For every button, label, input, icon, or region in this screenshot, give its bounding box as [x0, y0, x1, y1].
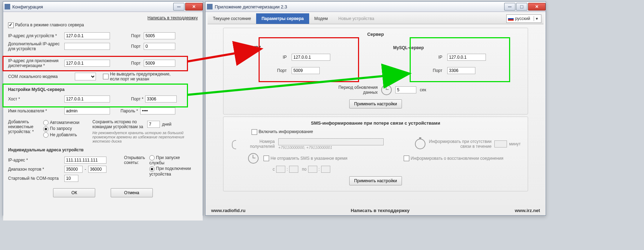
support-link[interactable]: Написать в техподдержку	[148, 15, 198, 20]
clock-icon	[248, 153, 259, 164]
history-label: Сохранять историю по командам устройства…	[92, 119, 145, 129]
password-label: Пароль *	[121, 108, 140, 113]
ip-devices-input[interactable]	[64, 32, 110, 39]
password-input[interactable]	[140, 107, 175, 114]
inform-minutes-input	[494, 140, 507, 147]
main-server-label: Работа в режиме главного сервера	[15, 22, 84, 27]
open-sockets-label: Открывать сокеты:	[124, 155, 149, 165]
add-unknown-label: Добавлять неизвестные устройства: *	[8, 119, 43, 134]
refresh-input[interactable]	[395, 86, 416, 93]
sms-panel-title: SMS-информирование при потере связи с ус…	[230, 120, 521, 126]
noadd-radio[interactable]	[43, 132, 48, 138]
dispatch-window: Приложение диспетчеризации 2.3 Текущее с…	[205, 1, 546, 216]
history-note: Не рекомендуется хранить историю за боль…	[92, 131, 187, 143]
titlebar[interactable]: Конфигурация	[3, 2, 203, 12]
tab-modem[interactable]: Модем	[309, 13, 333, 24]
app-icon	[207, 4, 213, 9]
window-title: Конфигурация	[12, 4, 173, 9]
minimize-button[interactable]	[173, 3, 184, 11]
onstart-radio[interactable]	[149, 155, 155, 160]
host-input[interactable]	[64, 96, 110, 103]
irz-port-input[interactable]	[292, 67, 320, 74]
dispatch-ip-label: IP-адрес для приложения диспетчеризации …	[8, 58, 64, 68]
ip-address-label: IP-адрес *	[8, 158, 64, 163]
phone-icon	[230, 139, 240, 149]
ok-button[interactable]: ОК	[53, 188, 95, 197]
cancel-button[interactable]: Отмена	[111, 188, 153, 197]
no-warn-label: Не выводить предупреждение, если порт не…	[110, 72, 180, 81]
footer-mid[interactable]: Написать в техподдержку	[351, 208, 409, 213]
mysql-port-input[interactable]	[145, 96, 177, 103]
tab-params[interactable]: Параметры сервера	[256, 13, 309, 24]
tab-current[interactable]: Текущее состояние	[208, 13, 256, 24]
port-to-input[interactable]	[88, 166, 106, 173]
port-label: Порт	[131, 33, 144, 38]
chevron-down-icon: ▾	[534, 16, 540, 21]
main-server-checkbox[interactable]	[8, 22, 14, 28]
start-com-label: Стартовый № COM-порта	[8, 176, 64, 181]
extra-ip-label: Дополнительный IP-адрес для устройств	[8, 41, 64, 51]
minimize-button[interactable]	[504, 3, 515, 11]
dispatch-port-input[interactable]	[144, 60, 175, 67]
onconnect-radio[interactable]	[149, 166, 155, 172]
port-from-input[interactable]	[64, 166, 83, 173]
mysql-port-input2[interactable]	[447, 67, 475, 74]
port-label3: Порт	[131, 61, 144, 66]
close-button[interactable]	[528, 3, 546, 11]
individual-addr-label: Индивидуальные адреса устройств	[8, 147, 198, 152]
config-window: Конфигурация Написать в техподдержку Раб…	[3, 1, 203, 216]
port-devices-input[interactable]	[144, 32, 175, 39]
recipients-input	[278, 138, 384, 145]
no-warn-checkbox[interactable]	[103, 74, 109, 79]
mysql-server-label: MySQL-сервер	[393, 45, 514, 50]
footer-left[interactable]: www.radiofid.ru	[211, 208, 246, 213]
inform-after-label: Информировать при отсутствии связи в теч…	[428, 139, 492, 149]
user-input[interactable]	[64, 107, 110, 114]
time-from-h	[276, 166, 285, 173]
port-label2: Порт	[131, 44, 144, 49]
ip-address-input[interactable]	[64, 157, 106, 164]
close-button[interactable]	[185, 3, 203, 11]
dispatch-ip-input[interactable]	[64, 60, 110, 67]
user-label: Имя пользователя *	[8, 108, 64, 113]
time-to-h	[308, 166, 317, 173]
enable-inform-checkbox[interactable]	[252, 129, 257, 135]
server-panel-title: Сервер	[230, 32, 521, 37]
inform-restore-checkbox[interactable]	[404, 156, 409, 161]
irz-ip-input[interactable]	[292, 54, 330, 61]
apply-button-1[interactable]: Применить настройки	[349, 99, 402, 108]
footer-right[interactable]: www.irz.net	[515, 208, 540, 213]
refresh-label: Период обновления данных	[325, 85, 378, 95]
extra-port-input[interactable]	[144, 43, 175, 50]
clock-icon	[381, 85, 392, 95]
recipients-label: Номера получателей	[240, 139, 275, 149]
com-modem-label: COM локального модема	[8, 74, 75, 79]
irz-server-label: Сервер iRZ	[238, 45, 358, 50]
ip-devices-label: IP-адрес для устройств *	[8, 33, 64, 38]
host-label: Хост *	[8, 97, 64, 101]
time-to-m	[321, 166, 330, 173]
com-modem-select[interactable]	[75, 73, 96, 80]
time-from-m	[289, 166, 298, 173]
port-star-label: Порт *	[131, 97, 145, 101]
language-selector[interactable]: русский ▾	[506, 14, 541, 23]
request-radio[interactable]	[43, 126, 48, 132]
extra-ip-input[interactable]	[64, 43, 110, 50]
tabs: Текущее состояние Параметры сервера Моде…	[208, 13, 544, 24]
timer-icon	[415, 139, 425, 149]
flag-icon	[508, 17, 514, 21]
maximize-button[interactable]	[516, 3, 527, 11]
tab-newdev[interactable]: Новые устройства	[333, 13, 379, 24]
apply-button-2[interactable]: Применить настройки	[349, 176, 402, 185]
mysql-ip-input[interactable]	[447, 54, 486, 61]
window-title-right: Приложение диспетчеризации 2.3	[215, 4, 503, 9]
mysql-section-label: Настройки MySQL-сервера	[8, 87, 198, 92]
auto-radio[interactable]	[43, 120, 48, 125]
app-icon	[5, 4, 10, 9]
start-com-input[interactable]	[64, 175, 78, 182]
titlebar-right[interactable]: Приложение диспетчеризации 2.3	[206, 2, 546, 12]
port-range-label: Диапазон портов *	[8, 167, 64, 172]
history-days-input[interactable]	[147, 121, 160, 128]
no-sms-time-checkbox[interactable]	[264, 156, 269, 161]
